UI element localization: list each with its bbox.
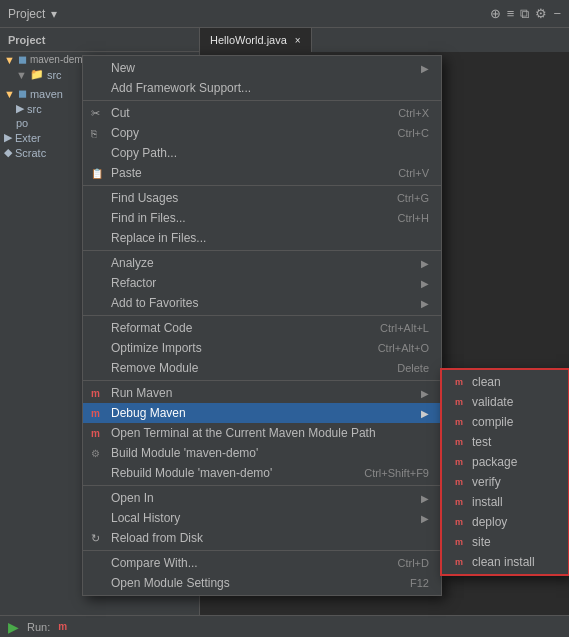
menu-refactor-label: Refactor [111,276,156,290]
menu-item-copy-path[interactable]: Copy Path... [83,143,441,163]
tab-helloworld[interactable]: HelloWorld.java × [200,28,312,52]
project-label: Project [8,7,45,21]
menu-copy-label: Copy [111,126,139,140]
menu-item-cut[interactable]: ✂ Cut Ctrl+X [83,103,441,123]
menu-open-in-label: Open In [111,491,154,505]
menu-paste-shortcut: Ctrl+V [398,167,429,179]
src2-expand-icon: ▶ [16,102,24,115]
menu-item-module-settings[interactable]: Open Module Settings F12 [83,573,441,593]
menu-item-open-in[interactable]: Open In ▶ [83,488,441,508]
tree-project-label: maven-demo [30,54,88,65]
po-label: po [16,117,28,129]
menu-item-rebuild-module[interactable]: Rebuild Module 'maven-demo' Ctrl+Shift+F… [83,463,441,483]
debug-maven-icon: m [91,408,100,419]
submenu-item-deploy[interactable]: m deploy [442,512,568,532]
submenu-item-compile[interactable]: m compile [442,412,568,432]
menu-item-reformat[interactable]: Reformat Code Ctrl+Alt+L [83,318,441,338]
maven-clean-install-icon: m [452,555,466,569]
panel-title: Project [8,34,45,46]
menu-remove-module-shortcut: Delete [397,362,429,374]
run-button[interactable]: ▶ [8,619,19,635]
menu-item-optimize[interactable]: Optimize Imports Ctrl+Alt+O [83,338,441,358]
maven-deploy-icon: m [452,515,466,529]
menu-item-local-history[interactable]: Local History ▶ [83,508,441,528]
ide-background: Project ▾ ⊕ ≡ ⧉ ⚙ − HelloWorld.java × Pr… [0,0,569,637]
menu-item-open-terminal[interactable]: m Open Terminal at the Current Maven Mod… [83,423,441,443]
submenu-item-clean[interactable]: m clean [442,372,568,392]
menu-reformat-label: Reformat Code [111,321,192,335]
menu-run-maven-label: Run Maven [111,386,172,400]
menu-optimize-label: Optimize Imports [111,341,202,355]
menu-item-compare[interactable]: Compare With... Ctrl+D [83,553,441,573]
split-icon[interactable]: ⧉ [520,6,529,22]
menu-remove-module-label: Remove Module [111,361,198,375]
menu-cut-label: Cut [111,106,130,120]
menu-local-history-label: Local History [111,511,180,525]
submenu-item-site[interactable]: m site [442,532,568,552]
menu-find-in-files-shortcut: Ctrl+H [398,212,429,224]
maven-package-icon: m [452,455,466,469]
tree-maven-label: maven [30,88,63,100]
menu-item-build-module[interactable]: ⚙ Build Module 'maven-demo' [83,443,441,463]
submenu-item-clean-install[interactable]: m clean install [442,552,568,572]
tab-close-icon[interactable]: × [295,35,301,46]
menu-analyze-arrow: ▶ [421,258,429,269]
menu-add-favorites-arrow: ▶ [421,298,429,309]
menu-item-analyze[interactable]: Analyze ▶ [83,253,441,273]
submenu-item-test[interactable]: m test [442,432,568,452]
list-icon[interactable]: ≡ [507,6,515,21]
minimize-icon[interactable]: − [553,6,561,21]
menu-separator-4 [83,315,441,316]
menu-separator-3 [83,250,441,251]
menu-module-settings-label: Open Module Settings [111,576,230,590]
menu-reload-label: Reload from Disk [111,531,203,545]
tab-bar: HelloWorld.java × [200,28,569,52]
menu-item-copy[interactable]: ⎘ Copy Ctrl+C [83,123,441,143]
project-folder-icon: ◼ [18,53,27,66]
submenu-item-verify[interactable]: m verify [442,472,568,492]
build-icon: ⚙ [91,448,100,459]
submenu-item-validate[interactable]: m validate [442,392,568,412]
submenu-clean-label: clean [472,375,501,389]
paste-icon: 📋 [91,168,103,179]
menu-debug-maven-arrow: ▶ [421,408,429,419]
menu-add-framework-label: Add Framework Support... [111,81,251,95]
menu-copy-shortcut: Ctrl+C [398,127,429,139]
submenu-compile-label: compile [472,415,513,429]
chevron-down-icon[interactable]: ▾ [51,7,57,21]
submenu-test-label: test [472,435,491,449]
submenu-item-install[interactable]: m install [442,492,568,512]
menu-item-add-favorites[interactable]: Add to Favorites ▶ [83,293,441,313]
menu-separator-6 [83,485,441,486]
submenu-item-package[interactable]: m package [442,452,568,472]
maven-verify-icon: m [452,475,466,489]
submenu-clean-install-label: clean install [472,555,535,569]
globe-icon[interactable]: ⊕ [490,6,501,21]
gear-icon[interactable]: ⚙ [535,6,547,21]
maven-validate-icon: m [452,395,466,409]
menu-item-add-framework[interactable]: Add Framework Support... [83,78,441,98]
menu-item-replace-in-files[interactable]: Replace in Files... [83,228,441,248]
menu-item-refactor[interactable]: Refactor ▶ [83,273,441,293]
maven-compile-icon: m [452,415,466,429]
terminal-icon: m [91,428,100,439]
menu-item-run-maven[interactable]: m Run Maven ▶ [83,383,441,403]
submenu-validate-label: validate [472,395,513,409]
menu-refactor-arrow: ▶ [421,278,429,289]
menu-item-find-in-files[interactable]: Find in Files... Ctrl+H [83,208,441,228]
submenu-verify-label: verify [472,475,501,489]
menu-item-debug-maven[interactable]: m Debug Maven ▶ [83,403,441,423]
scratch-icon: ◆ [4,146,12,159]
menu-separator-7 [83,550,441,551]
menu-new-arrow: ▶ [421,63,429,74]
folder-expand-icon: ▼ [4,54,15,66]
menu-item-remove-module[interactable]: Remove Module Delete [83,358,441,378]
maven-folder-icon: ◼ [18,87,27,100]
menu-item-new[interactable]: New ▶ [83,58,441,78]
maven-test-icon: m [452,435,466,449]
menu-item-paste[interactable]: 📋 Paste Ctrl+V [83,163,441,183]
menu-item-find-usages[interactable]: Find Usages Ctrl+G [83,188,441,208]
folder-icon: 📁 [30,68,44,81]
menu-item-reload[interactable]: ↻ Reload from Disk [83,528,441,548]
external-expand-icon: ▶ [4,131,12,144]
